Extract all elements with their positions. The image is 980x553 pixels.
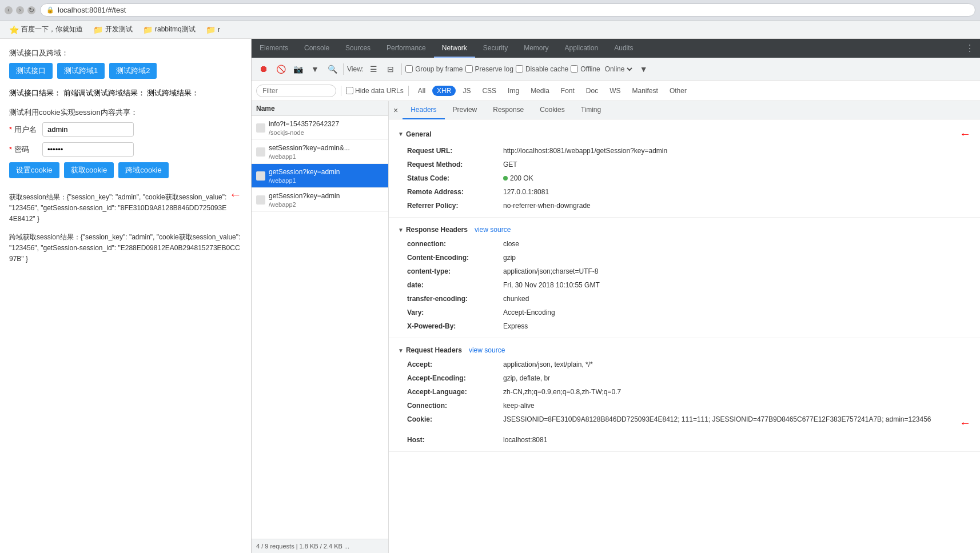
- filter-media[interactable]: Media: [526, 86, 554, 96]
- filter-css[interactable]: CSS: [477, 86, 501, 96]
- general-section: ▼ General ← Request URL: http://localhos…: [389, 119, 980, 218]
- request-item-get-session-2[interactable]: getSession?key=admin /webapp2: [252, 188, 388, 212]
- section1-label: 测试接口及跨域：: [9, 48, 242, 58]
- request-item-info: setSession?key=admin&... /webapp1: [269, 143, 350, 160]
- resp-date-val: Fri, 30 Nov 2018 10:10:55 GMT: [503, 280, 971, 290]
- referrer-policy-row: Referrer Policy: no-referrer-when-downgr…: [389, 199, 980, 213]
- test-api-button[interactable]: 测试接口: [9, 63, 53, 79]
- group-by-frame-checkbox[interactable]: [405, 65, 413, 73]
- request-item-info: getSession?key=admin /webapp1: [269, 167, 340, 184]
- preserve-log-checkbox[interactable]: [465, 65, 473, 73]
- camera-button[interactable]: 📷: [290, 62, 305, 77]
- refresh-button[interactable]: ↻: [27, 6, 35, 14]
- request-headers-title[interactable]: ▼ Request Headers view source: [389, 343, 980, 358]
- disable-cache-checkbox[interactable]: [516, 65, 523, 73]
- view-source-link-request[interactable]: view source: [469, 346, 505, 354]
- response-headers-section: ▼ Response Headers view source connectio…: [389, 218, 980, 338]
- request-item-info: info?t=1543572642327 /sockjs-node: [269, 119, 339, 136]
- back-button[interactable]: ‹: [5, 6, 13, 14]
- bookmark-r[interactable]: 📁 r: [201, 23, 225, 36]
- detail-close-button[interactable]: ×: [389, 101, 403, 119]
- filter-doc[interactable]: Doc: [581, 86, 603, 96]
- bookmark-baidu[interactable]: ⭐ 百度一下，你就知道: [5, 23, 87, 36]
- offline-checkbox[interactable]: [571, 65, 578, 73]
- detail-tab-response[interactable]: Response: [485, 101, 532, 119]
- more-tabs-button[interactable]: ⋮: [959, 43, 980, 54]
- view-source-link-response[interactable]: view source: [475, 226, 511, 234]
- request-list-spacer: [252, 212, 388, 539]
- detail-tab-headers[interactable]: Headers: [403, 101, 444, 119]
- hide-data-urls-checkbox[interactable]: [346, 87, 353, 94]
- filter-xhr[interactable]: XHR: [432, 86, 456, 96]
- address-bar[interactable]: 🔒 localhost:8081/#/test: [40, 3, 975, 17]
- req-accept-encoding-key: Accept-Encoding:: [407, 373, 499, 383]
- password-label: 密码: [9, 145, 38, 155]
- detail-tab-preview[interactable]: Preview: [445, 101, 485, 119]
- cross-cookie-button[interactable]: 跨域cookie: [118, 162, 169, 178]
- filter-other[interactable]: Other: [665, 86, 691, 96]
- resp-vary-key: Vary:: [407, 307, 499, 318]
- req-accept-language-key: Accept-Language:: [407, 387, 499, 397]
- request-url-key: Request URL:: [407, 146, 499, 156]
- preserve-log-label[interactable]: Preserve log: [465, 65, 513, 73]
- req-host-val: localhost:8081: [503, 435, 971, 445]
- response-headers-title[interactable]: ▼ Response Headers view source: [389, 222, 980, 237]
- throttle-select[interactable]: Online: [603, 65, 634, 74]
- resp-vary-val: Accept-Encoding: [503, 307, 971, 318]
- forward-button[interactable]: ›: [16, 6, 24, 14]
- bookmark-label: r: [218, 26, 220, 34]
- tab-performance[interactable]: Performance: [379, 39, 434, 58]
- filter-sep: [341, 86, 341, 96]
- offline-label[interactable]: Offline: [571, 65, 600, 73]
- filter-manifest[interactable]: Manifest: [628, 86, 663, 96]
- view-list-button[interactable]: ☰: [366, 62, 381, 77]
- hide-data-urls-label[interactable]: Hide data URLs: [346, 87, 404, 95]
- detail-tab-cookies[interactable]: Cookies: [532, 101, 572, 119]
- request-item-set-session[interactable]: setSession?key=admin&... /webapp1: [252, 140, 388, 164]
- resp-content-type-row: content-type: application/json;charset=U…: [389, 265, 980, 278]
- resp-date-row: date: Fri, 30 Nov 2018 10:10:55 GMT: [389, 278, 980, 292]
- resp-content-encoding-val: gzip: [503, 253, 971, 263]
- detail-panel: × Headers Preview Response Cookies Timin…: [389, 101, 980, 553]
- arrow-annotation-1: ←: [229, 187, 242, 202]
- filter-input[interactable]: [256, 85, 336, 97]
- general-section-title[interactable]: ▼ General ←: [389, 124, 980, 144]
- tab-console[interactable]: Console: [296, 39, 337, 58]
- set-cookie-button[interactable]: 设置cookie: [9, 162, 59, 178]
- tab-network[interactable]: Network: [434, 39, 475, 58]
- filter-button[interactable]: ▼: [308, 62, 322, 77]
- bookmark-dev-test[interactable]: 📁 开发测试: [89, 23, 137, 36]
- filter-all[interactable]: All: [413, 86, 430, 96]
- throttle-more-button[interactable]: ▼: [636, 62, 651, 77]
- username-input[interactable]: [42, 122, 134, 137]
- tab-application[interactable]: Application: [557, 39, 607, 58]
- toolbar-sep-1: [343, 63, 344, 75]
- tab-sources[interactable]: Sources: [337, 39, 379, 58]
- disable-cache-label[interactable]: Disable cache: [516, 65, 568, 73]
- disable-cache-text: Disable cache: [525, 65, 568, 73]
- bookmark-rabbitmq[interactable]: 📁 rabbitmq测试: [138, 23, 200, 36]
- request-item-sockjs[interactable]: info?t=1543572642327 /sockjs-node: [252, 116, 388, 140]
- filter-img[interactable]: Img: [503, 86, 524, 96]
- detail-content-scroll: ▼ General ← Request URL: http://localhos…: [389, 119, 980, 553]
- detail-tab-timing[interactable]: Timing: [573, 101, 609, 119]
- filter-ws[interactable]: WS: [605, 86, 625, 96]
- tab-security[interactable]: Security: [475, 39, 516, 58]
- filter-font[interactable]: Font: [556, 86, 579, 96]
- test-cross2-button[interactable]: 测试跨域2: [109, 63, 157, 79]
- record-button[interactable]: ⏺: [256, 62, 271, 77]
- test-cross1-button[interactable]: 测试跨域1: [57, 63, 105, 79]
- search-button[interactable]: 🔍: [325, 62, 340, 77]
- view-waterfall-button[interactable]: ⊟: [383, 62, 398, 77]
- get-cookie-button[interactable]: 获取cookie: [64, 162, 114, 178]
- request-item-get-session-1[interactable]: getSession?key=admin /webapp1: [252, 164, 388, 188]
- clear-button[interactable]: 🚫: [273, 62, 288, 77]
- request-path: /webapp1: [269, 177, 340, 184]
- group-by-frame-label[interactable]: Group by frame: [405, 65, 463, 73]
- detail-content: ▼ General ← Request URL: http://localhos…: [389, 119, 980, 452]
- password-input[interactable]: [42, 142, 134, 157]
- tab-audits[interactable]: Audits: [606, 39, 641, 58]
- tab-elements[interactable]: Elements: [252, 39, 296, 58]
- tab-memory[interactable]: Memory: [516, 39, 556, 58]
- filter-js[interactable]: JS: [458, 86, 475, 96]
